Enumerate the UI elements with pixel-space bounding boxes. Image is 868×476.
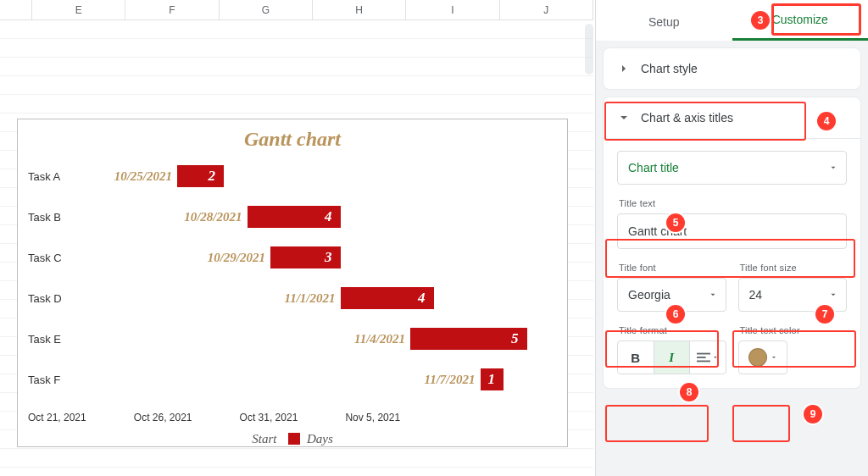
task-start-date: 11/4/2021 [329, 332, 405, 346]
editor-tabs: Setup Customize [596, 0, 868, 41]
task-days-value: 5 [511, 330, 519, 347]
panel-scroll[interactable]: Chart style Chart & axis titles Chart ti… [596, 41, 868, 476]
chart-editor-panel: Setup Customize Chart style Chart & axis… [595, 0, 868, 476]
caret-down-icon [829, 163, 837, 172]
x-tick: Oct 31, 2021 [240, 412, 346, 429]
task-days-value: 3 [325, 249, 332, 266]
task-row: Task B10/28/20214 [28, 196, 557, 237]
callout-7: 7 [815, 305, 834, 324]
task-bar: 4 [341, 287, 434, 309]
caret-down-icon [829, 291, 837, 299]
title-selector[interactable]: Chart title [617, 151, 847, 185]
callout-4: 4 [817, 112, 836, 130]
task-bar: 5 [410, 328, 527, 350]
title-text-color-label: Title text color [740, 325, 848, 335]
legend-days: Days [307, 432, 333, 446]
format-italic-button[interactable]: I [654, 341, 691, 374]
task-start-date: 10/28/2021 [166, 210, 242, 224]
format-align-button[interactable] [690, 341, 726, 374]
task-row: Task A10/25/20212 [28, 156, 557, 196]
task-bar: 4 [248, 206, 341, 228]
task-label: Task C [28, 252, 84, 264]
col-header[interactable]: J [500, 0, 593, 19]
callout-9: 9 [804, 405, 822, 423]
callout-3: 3 [751, 11, 770, 30]
title-font-size-label: Title font size [740, 263, 848, 273]
caret-down-icon [771, 354, 777, 361]
x-tick [451, 412, 557, 429]
task-row: Task D11/1/20214 [28, 278, 557, 318]
col-header[interactable]: F [125, 0, 219, 19]
title-text-label: Title text [619, 198, 847, 208]
task-start-date: 11/7/2021 [399, 373, 476, 387]
svg-rect-2 [697, 361, 710, 363]
chevron-down-icon [617, 111, 631, 125]
task-row: Task E11/4/20215 [28, 318, 557, 359]
title-font-value: Georgia [628, 288, 670, 302]
title-selector-value: Chart title [628, 161, 679, 174]
task-days-value: 4 [418, 290, 426, 307]
task-label: Task F [28, 374, 84, 386]
col-header[interactable]: H [313, 0, 406, 19]
title-text-input[interactable] [617, 213, 847, 249]
chart-plot-area: Task A10/25/20212Task B10/28/20214Task C… [28, 156, 557, 410]
task-label: Task A [28, 170, 84, 183]
col-header[interactable]: G [220, 0, 313, 19]
vertical-scrollbar[interactable] [585, 24, 593, 75]
task-days-value: 1 [488, 371, 496, 388]
task-start-date: 10/25/2021 [96, 169, 172, 184]
legend-swatch-days [288, 433, 300, 445]
x-tick: Oct 21, 2021 [28, 412, 134, 429]
svg-rect-1 [697, 357, 706, 358]
chart-legend: Start Days [28, 432, 557, 446]
color-swatch [748, 348, 767, 367]
section-chart-style[interactable]: Chart style [603, 47, 861, 90]
title-format-label: Title format [619, 325, 726, 335]
section-chart-axis-titles: Chart & axis titles Chart title Title te… [603, 97, 861, 389]
task-label: Task B [28, 211, 84, 224]
task-label: Task D [28, 292, 84, 305]
col-header[interactable]: I [406, 0, 499, 19]
format-bold-button[interactable]: B [618, 341, 654, 374]
task-row: Task C10/29/20213 [28, 237, 557, 278]
task-bar: 2 [177, 165, 224, 187]
task-start-date: 10/29/2021 [189, 251, 265, 265]
col-header[interactable]: E [32, 0, 125, 19]
column-headers: E F G H I J [0, 0, 593, 20]
x-tick: Nov 5, 2021 [345, 412, 451, 429]
chart-axis-titles-label: Chart & axis titles [641, 111, 733, 125]
callout-8: 8 [680, 383, 698, 401]
align-icon [697, 351, 710, 363]
title-font-label: Title font [619, 263, 726, 273]
caret-down-icon [712, 354, 719, 361]
task-bar: 3 [270, 246, 341, 268]
tab-setup[interactable]: Setup [596, 3, 732, 41]
title-font-size-value: 24 [749, 288, 763, 302]
gantt-chart[interactable]: Gantt chart Task A10/25/20212Task B10/28… [17, 119, 568, 447]
task-label: Task E [28, 333, 84, 346]
chart-x-axis: Oct 21, 2021 Oct 26, 2021 Oct 31, 2021 N… [28, 412, 557, 429]
title-text-color-picker[interactable] [738, 340, 787, 374]
task-bar: 1 [481, 368, 504, 390]
header-corner [0, 0, 32, 19]
task-days-value: 2 [209, 168, 216, 185]
task-row: Task F11/7/20211 [28, 359, 557, 400]
svg-rect-0 [697, 353, 710, 355]
x-tick: Oct 26, 2021 [134, 412, 240, 429]
chevron-right-icon [617, 62, 631, 75]
callout-5: 5 [666, 213, 685, 232]
task-start-date: 11/1/2021 [259, 291, 336, 306]
legend-start: Start [252, 432, 276, 446]
task-days-value: 4 [325, 208, 332, 225]
chart-title: Gantt chart [28, 128, 557, 151]
spreadsheet-area: E F G H I J Gantt chart Task A10/25/2021… [0, 0, 593, 476]
chart-style-label: Chart style [641, 62, 698, 75]
callout-6: 6 [666, 305, 685, 324]
title-format-group: B I [617, 340, 726, 374]
caret-down-icon [709, 291, 717, 299]
